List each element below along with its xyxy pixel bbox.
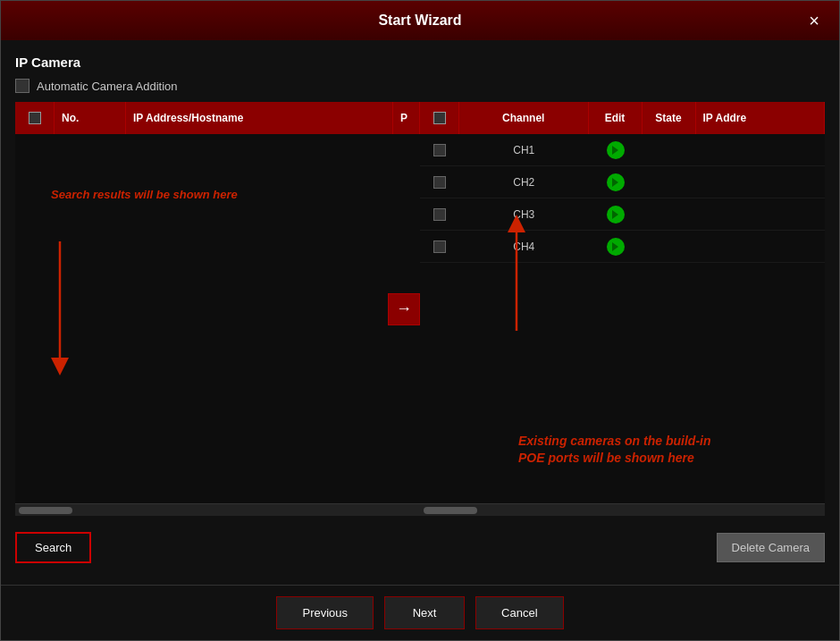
ch-ipaddr-2: [696, 198, 826, 230]
ch-ipaddr-3: [696, 231, 826, 262]
ch-name-1: CH2: [459, 166, 589, 198]
left-scrollbar[interactable]: [15, 503, 420, 516]
bottom-right: Delete Camera: [416, 525, 825, 570]
ch-checkbox-2[interactable]: [420, 198, 459, 230]
right-table-body: CH1 CH2 CH3: [420, 134, 825, 503]
ch-checkbox-3[interactable]: [420, 231, 459, 262]
start-wizard-dialog: Start Wizard × IP Camera Automatic Camer…: [0, 0, 840, 641]
previous-button[interactable]: Previous: [276, 596, 374, 629]
footer: Previous Next Cancel: [1, 585, 839, 640]
channel-row: CH1: [420, 134, 825, 166]
bottom-left: Search: [15, 525, 416, 570]
ch-edit-icon-0[interactable]: [607, 141, 625, 159]
ch-state-1: [643, 166, 696, 198]
title-bar: Start Wizard ×: [1, 1, 839, 40]
left-arrow-svg: [42, 232, 96, 375]
left-th-checkbox: [15, 102, 55, 134]
content-area: IP Camera Automatic Camera Addition No. …: [1, 40, 839, 585]
right-th-checkbox: [420, 102, 459, 134]
ch-name-3: CH4: [459, 231, 589, 262]
section-label: IP Camera: [15, 55, 825, 70]
bottom-row: Search Delete Camera: [15, 525, 825, 570]
left-th-no: No.: [55, 102, 126, 134]
ch-edit-1: [589, 166, 643, 198]
right-scrollbar[interactable]: [420, 503, 825, 516]
dialog-title: Start Wizard: [37, 13, 803, 29]
left-annotation: Search results will be shown here: [51, 188, 238, 201]
next-button[interactable]: Next: [384, 596, 465, 629]
channel-row: CH3: [420, 198, 825, 231]
auto-add-row: Automatic Camera Addition: [15, 79, 825, 93]
channel-row: CH2: [420, 166, 825, 198]
ch-name-0: CH1: [459, 134, 589, 165]
ch-checkbox-1[interactable]: [420, 166, 459, 198]
cancel-button[interactable]: Cancel: [475, 596, 563, 629]
ch-edit-icon-3[interactable]: [607, 238, 625, 256]
right-annotation: Existing cameras on the build-in POE por…: [518, 433, 733, 468]
left-th-ip: IP Address/Hostname: [126, 102, 393, 134]
left-th-p: P: [393, 102, 420, 134]
ch-ipaddr-1: [696, 166, 826, 198]
ch-state-0: [643, 134, 696, 165]
panels-row: No. IP Address/Hostname P Search results…: [15, 102, 825, 516]
right-th-channel: Channel: [459, 102, 589, 134]
right-th-state: State: [643, 102, 696, 134]
delete-camera-button[interactable]: Delete Camera: [717, 533, 825, 562]
ch-state-3: [643, 231, 696, 262]
auto-add-checkbox[interactable]: [15, 79, 29, 93]
close-button[interactable]: ×: [803, 11, 825, 31]
auto-add-label: Automatic Camera Addition: [37, 80, 178, 93]
ch-ipaddr-0: [696, 134, 826, 165]
ch-checkbox-0[interactable]: [420, 134, 459, 165]
right-th-ipaddr: IP Addre: [696, 102, 826, 134]
left-table-header: No. IP Address/Hostname P: [15, 102, 420, 134]
ch-edit-icon-1[interactable]: [607, 173, 625, 191]
search-button[interactable]: Search: [15, 532, 91, 563]
right-th-edit: Edit: [589, 102, 643, 134]
left-table-body: Search results will be shown here: [15, 134, 420, 503]
right-table-header: Channel Edit State IP Addre: [420, 102, 825, 134]
channel-row: CH4: [420, 231, 825, 263]
right-panel: Channel Edit State IP Addre CH1: [420, 102, 825, 516]
ch-edit-0: [589, 134, 643, 165]
transfer-arrow-button[interactable]: →: [388, 293, 420, 325]
ch-edit-2: [589, 198, 643, 230]
ch-state-2: [643, 198, 696, 230]
ch-edit-3: [589, 231, 643, 262]
ch-edit-icon-2[interactable]: [607, 206, 625, 224]
left-panel: No. IP Address/Hostname P Search results…: [15, 102, 420, 516]
ch-name-2: CH3: [459, 198, 589, 230]
